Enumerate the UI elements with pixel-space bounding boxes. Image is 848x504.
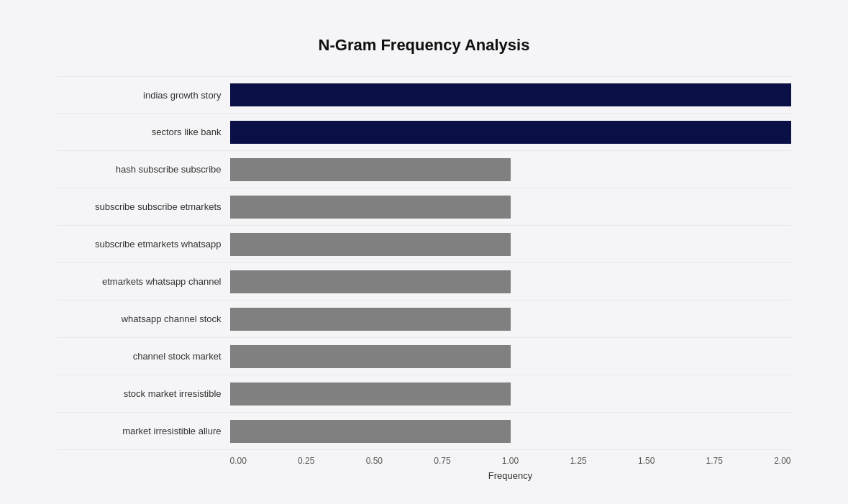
bar-row: whatsapp channel stock <box>58 301 791 338</box>
x-tick: 0.50 <box>366 456 383 466</box>
chart-container: N-Gram Frequency Analysis indias growth … <box>29 14 820 504</box>
x-tick: 0.75 <box>434 456 450 466</box>
bar-fill <box>230 345 511 368</box>
bar-label: whatsapp channel stock <box>58 313 230 324</box>
bar-track <box>230 121 791 144</box>
x-tick: 1.00 <box>502 456 519 466</box>
bar-fill <box>230 308 511 331</box>
bar-label: etmarkets whatsapp channel <box>58 276 230 287</box>
bar-label: stock market irresistible <box>58 388 230 399</box>
bar-row: subscribe etmarkets whatsapp <box>58 226 791 263</box>
x-tick: 1.75 <box>706 456 723 466</box>
bar-fill <box>230 196 511 219</box>
bar-row: market irresistible allure <box>58 413 791 450</box>
bar-track <box>230 270 791 293</box>
bar-row: hash subscribe subscribe <box>58 151 791 188</box>
bar-label: sectors like bank <box>58 127 230 137</box>
bar-track <box>230 196 791 219</box>
bar-fill <box>230 83 791 106</box>
bar-label: market irresistible allure <box>58 426 230 436</box>
bar-row: subscribe subscribe etmarkets <box>58 188 791 226</box>
bar-row: stock market irresistible <box>58 375 791 413</box>
x-axis-label: Frequency <box>230 470 791 481</box>
bar-label: indias growth story <box>58 90 230 101</box>
chart-title: N-Gram Frequency Analysis <box>58 36 791 55</box>
bar-label: hash subscribe subscribe <box>58 164 230 175</box>
bar-row: channel stock market <box>58 338 791 375</box>
x-tick: 2.00 <box>774 456 790 466</box>
bar-track <box>230 345 791 368</box>
x-tick: 1.50 <box>638 456 655 466</box>
chart-area: indias growth storysectors like bankhash… <box>58 76 791 450</box>
bar-track <box>230 308 791 331</box>
bar-track <box>230 382 791 406</box>
bar-fill <box>230 382 511 406</box>
bar-fill <box>230 233 511 256</box>
x-tick: 0.25 <box>298 456 314 466</box>
x-axis: 0.000.250.500.751.001.251.501.752.00 <box>230 456 791 466</box>
x-tick: 1.25 <box>570 456 586 466</box>
bar-fill <box>230 420 511 443</box>
bar-track <box>230 420 791 443</box>
bar-label: channel stock market <box>58 351 230 362</box>
bar-row: indias growth story <box>58 76 791 114</box>
bar-track <box>230 233 791 256</box>
bar-track <box>230 158 791 181</box>
bar-fill <box>230 121 791 144</box>
bar-row: etmarkets whatsapp channel <box>58 263 791 301</box>
bar-label: subscribe subscribe etmarkets <box>58 201 230 212</box>
bar-track <box>230 83 791 106</box>
x-tick: 0.00 <box>230 456 247 466</box>
bar-fill <box>230 158 511 181</box>
bar-row: sectors like bank <box>58 114 791 151</box>
bar-fill <box>230 270 511 293</box>
x-axis-ticks: 0.000.250.500.751.001.251.501.752.00 <box>230 456 791 466</box>
bar-label: subscribe etmarkets whatsapp <box>58 239 230 249</box>
